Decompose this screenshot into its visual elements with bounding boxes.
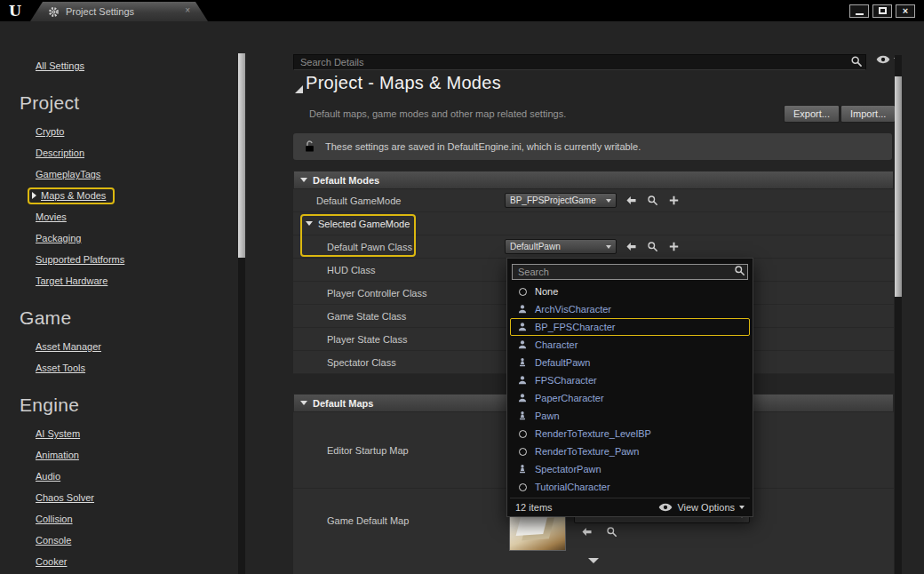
details-scrollbar-thumb[interactable] (895, 76, 902, 297)
tab-close-icon[interactable]: × (185, 5, 190, 15)
sidebar-item-collision[interactable]: Collision (36, 508, 268, 530)
lock-icon (304, 140, 315, 153)
use-selected-asset-icon[interactable] (624, 240, 638, 254)
collapse-arrow-icon[interactable] (295, 85, 303, 93)
class-option-label: SpectatorPawn (535, 464, 601, 474)
browse-to-asset-icon[interactable] (645, 194, 659, 208)
use-selected-asset-icon[interactable] (579, 524, 593, 538)
sidebar-item-chaos-solver[interactable]: Chaos Solver (36, 487, 268, 508)
sidebar-item-packaging[interactable]: Packaging (36, 227, 268, 249)
sidebar-item-movies[interactable]: Movies (36, 206, 268, 227)
maximize-icon (879, 7, 887, 14)
scroll-more-indicator-icon[interactable] (588, 558, 599, 563)
sidebar-item-label[interactable]: Supported Platforms (36, 254, 124, 265)
sidebar-item-label[interactable]: Packaging (36, 233, 81, 243)
class-option-label: Pawn (535, 411, 560, 421)
sidebar-item-label[interactable]: Asset Tools (36, 363, 85, 373)
sidebar-item-label[interactable]: Target Hardware (36, 275, 108, 286)
sidebar-item-label[interactable]: Description (36, 147, 84, 158)
close-button[interactable]: × (896, 4, 915, 18)
section-title: Default Modes (313, 175, 379, 186)
search-details-input[interactable] (293, 54, 866, 70)
browse-to-asset-icon[interactable] (645, 240, 659, 254)
class-picker-search-input[interactable] (512, 264, 748, 280)
titlebar: U Project Settings × × (0, 0, 924, 21)
class-option-spectatorpawn[interactable]: SpectatorPawn (510, 460, 750, 478)
class-option-archvischaracter[interactable]: ArchVisCharacter (510, 300, 750, 318)
sidebar-item-ai-system[interactable]: AI System (36, 423, 268, 444)
add-new-icon[interactable] (666, 194, 681, 208)
circle-icon (516, 285, 529, 298)
sidebar-item-asset-manager[interactable]: Asset Manager (36, 336, 268, 357)
class-option-label: BP_FPSCharacter (535, 322, 615, 332)
class-option-none[interactable]: None (510, 283, 750, 300)
sidebar-item-label[interactable]: Asset Manager (36, 341, 101, 352)
class-option-fpscharacter[interactable]: FPSCharacter (510, 371, 750, 389)
sidebar-item-label[interactable]: Chaos Solver (36, 492, 94, 503)
sidebar-item-animation[interactable]: Animation (36, 444, 268, 466)
sidebar-item-supported-platforms[interactable]: Supported Platforms (36, 249, 268, 270)
sidebar-item-all-settings[interactable]: All Settings (36, 55, 268, 76)
sidebar-item-asset-tools[interactable]: Asset Tools (36, 357, 268, 379)
class-option-label: DefaultPawn (535, 357, 590, 368)
class-option-papercharacter[interactable]: PaperCharacter (510, 389, 750, 407)
sidebar-item-label[interactable]: All Settings (36, 60, 84, 71)
class-option-bp-fpscharacter[interactable]: BP_FPSCharacter (510, 318, 750, 336)
sidebar-item-label[interactable]: AI System (36, 428, 80, 439)
row-label: Default GameMode (293, 195, 505, 206)
section-expand-icon (300, 178, 307, 182)
sidebar-item-label[interactable]: Movies (36, 211, 67, 222)
pawn-icon (516, 410, 529, 422)
sidebar-scrollbar[interactable] (238, 53, 245, 574)
import-button[interactable]: Import... (840, 105, 896, 123)
sidebar-section-engine: Engine (20, 395, 268, 416)
sidebar-item-label[interactable]: Audio (36, 471, 60, 482)
class-option-rendertotexture-pawn[interactable]: RenderToTexture_Pawn (510, 442, 750, 460)
sidebar-item-cooker[interactable]: Cooker (36, 551, 268, 572)
gear-icon (48, 6, 60, 18)
export-button[interactable]: Export... (784, 105, 840, 123)
sidebar-item-audio[interactable]: Audio (36, 466, 268, 487)
sidebar-item-label[interactable]: Collision (36, 514, 73, 524)
character-icon (516, 303, 529, 315)
view-options-button[interactable]: View Options (658, 502, 745, 513)
sidebar-item-label[interactable]: Console (36, 535, 71, 546)
sidebar-item-description[interactable]: Description (36, 142, 268, 163)
sidebar-item-target-hardware[interactable]: Target Hardware (36, 270, 268, 291)
sidebar-item-label[interactable]: Animation (36, 450, 79, 460)
sidebar-item-maps-modes[interactable]: Maps & Modes (36, 185, 268, 206)
maximize-button[interactable] (872, 4, 892, 18)
tab-project-settings[interactable]: Project Settings × (30, 2, 208, 21)
settings-sidebar: All Settings Project Crypto Description … (0, 21, 268, 574)
minimize-button[interactable] (849, 4, 869, 18)
row-selected-gamemode[interactable]: Selected GameMode (293, 212, 894, 235)
use-selected-asset-icon[interactable] (624, 194, 638, 208)
details-scrollbar[interactable] (895, 55, 902, 574)
class-option-tutorialcharacter[interactable]: TutorialCharacter (510, 478, 750, 496)
sidebar-item-label[interactable]: Maps & Modes (41, 190, 106, 201)
combobox-value: BP_FPSProjectGame (510, 195, 596, 205)
section-title: Default Maps (313, 398, 373, 409)
default-gamemode-combobox[interactable]: BP_FPSProjectGame (505, 193, 617, 208)
category-label: Selected GameMode (318, 219, 410, 229)
default-pawn-combobox[interactable]: DefaultPawn (505, 239, 617, 254)
class-option-rendertotexture-levelbp[interactable]: RenderToTexture_LevelBP (510, 425, 750, 442)
sidebar-item-console[interactable]: Console (36, 530, 268, 551)
browse-to-asset-icon[interactable] (604, 524, 618, 538)
sidebar-item-label[interactable]: GameplayTags (36, 169, 100, 179)
view-options-label: View Options (677, 502, 735, 513)
section-header-default-modes[interactable]: Default Modes (293, 171, 894, 189)
sidebar-item-label[interactable]: Crypto (36, 126, 64, 137)
sidebar-item-label[interactable]: Cooker (36, 556, 67, 567)
tab-title: Project Settings (66, 6, 134, 17)
class-option-label: TutorialCharacter (535, 482, 610, 492)
class-option-pawn[interactable]: Pawn (510, 407, 750, 425)
add-new-icon[interactable] (666, 240, 681, 254)
page-subtitle: Default maps, game modes and other map r… (309, 108, 566, 119)
sidebar-scrollbar-thumb[interactable] (238, 53, 245, 258)
class-option-character[interactable]: Character (510, 336, 750, 354)
class-option-defaultpawn[interactable]: DefaultPawn (510, 354, 750, 371)
row-label: Player State Class (293, 334, 505, 345)
sidebar-item-gameplaytags[interactable]: GameplayTags (36, 163, 268, 185)
sidebar-item-crypto[interactable]: Crypto (36, 121, 268, 142)
